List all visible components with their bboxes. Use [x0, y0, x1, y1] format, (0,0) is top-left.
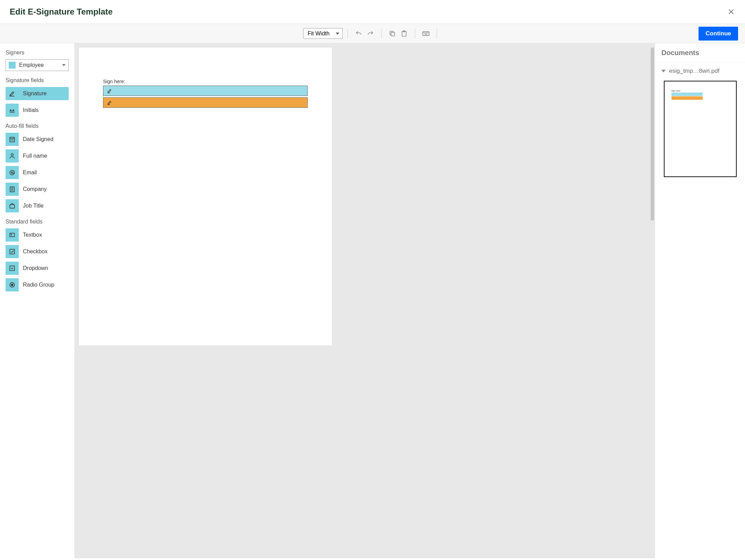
field-label: Date Signed [23, 136, 53, 142]
field-company[interactable]: Company [6, 183, 69, 196]
svg-rect-21 [10, 233, 14, 237]
field-label: Dropdown [23, 265, 48, 271]
signature-field-employee[interactable] [103, 86, 308, 96]
field-label: Company [23, 186, 46, 192]
field-label: Signature [23, 90, 47, 97]
left-panel: Signers Employee Signature fields Signat… [0, 43, 75, 558]
svg-point-4 [424, 33, 424, 33]
standard-fields-label: Standard fields [6, 219, 69, 225]
briefcase-icon [6, 199, 19, 212]
zoom-select[interactable]: Fit Width [303, 28, 343, 39]
field-label: Email [23, 169, 37, 176]
signer-color-swatch [9, 62, 16, 69]
toolbar-separator [381, 29, 382, 38]
signature-field-other[interactable] [103, 97, 308, 108]
thumb-field-blue [671, 93, 703, 96]
signer-selected-label: Employee [19, 62, 62, 68]
autofill-fields-label: Auto-fill fields [6, 123, 69, 129]
building-icon [6, 183, 19, 196]
scrollbar[interactable] [651, 47, 654, 221]
document-page[interactable]: Sign here: [79, 47, 332, 345]
person-icon [6, 149, 19, 163]
toolbar: Fit Width Continue [0, 24, 745, 43]
field-job-title[interactable]: Job Title [6, 199, 69, 212]
signer-select[interactable]: Employee [6, 59, 69, 71]
svg-rect-24 [10, 249, 14, 254]
calendar-icon: 24 [6, 133, 19, 146]
checkbox-icon [6, 245, 19, 258]
redo-icon[interactable] [367, 30, 374, 37]
field-label: Job Title [23, 203, 44, 209]
documents-panel: Documents esig_tmp…8wri.pdf Sign here: [655, 43, 745, 558]
svg-point-27 [11, 284, 13, 286]
field-initials[interactable]: Initials [6, 104, 69, 117]
svg-point-7 [428, 33, 428, 33]
continue-button[interactable]: Continue [699, 27, 738, 41]
close-icon[interactable] [727, 8, 735, 16]
main: Signers Employee Signature fields Signat… [0, 43, 745, 558]
field-dropdown[interactable]: Dropdown [6, 262, 69, 275]
toolbar-separator [437, 29, 437, 38]
svg-rect-20 [10, 205, 14, 208]
field-full-name[interactable]: Full name [6, 149, 69, 163]
field-label: Initials [23, 107, 38, 113]
signature-icon [6, 87, 19, 100]
radio-icon [6, 278, 19, 291]
pen-icon [107, 88, 112, 94]
svg-point-6 [426, 33, 427, 33]
page-thumbnail[interactable]: Sign here: [664, 81, 737, 177]
field-label: Checkbox [23, 248, 48, 255]
field-checkbox[interactable]: Checkbox [6, 245, 69, 258]
canvas-area[interactable]: Sign here: [75, 43, 655, 558]
field-label: Radio Group [23, 282, 54, 288]
svg-rect-0 [391, 32, 395, 36]
documents-heading: Documents [661, 49, 739, 57]
at-icon [6, 166, 19, 179]
signature-fields-label: Signature fields [6, 77, 69, 84]
field-email[interactable]: Email [6, 166, 69, 179]
keyboard-icon[interactable] [422, 30, 430, 37]
field-label: Full name [23, 153, 47, 159]
page-title: Edit E-Signature Template [10, 7, 113, 17]
chevron-down-icon [661, 70, 666, 72]
thumb-field-orange [671, 96, 703, 100]
toolbar-separator [348, 29, 348, 38]
svg-rect-3 [423, 32, 429, 35]
undo-icon[interactable] [355, 30, 362, 37]
svg-text:24: 24 [11, 139, 14, 141]
field-signature[interactable]: Signature [6, 87, 69, 100]
document-name: esig_tmp…8wri.pdf [669, 68, 720, 75]
field-radio-group[interactable]: Radio Group [6, 278, 69, 291]
initials-icon [6, 104, 19, 117]
sign-here-label: Sign here: [103, 79, 308, 84]
paste-icon[interactable] [400, 30, 408, 37]
documents-header: Documents [655, 43, 745, 63]
field-textbox[interactable]: Textbox [6, 228, 69, 242]
thumb-sign-label: Sign here: [671, 90, 729, 92]
toolbar-separator [415, 29, 415, 38]
svg-point-5 [425, 33, 426, 33]
document-row[interactable]: esig_tmp…8wri.pdf [655, 63, 745, 79]
header: Edit E-Signature Template [0, 0, 745, 24]
field-date-signed[interactable]: 24 Date Signed [6, 133, 69, 146]
copy-icon[interactable] [388, 30, 396, 37]
zoom-select-wrap: Fit Width [303, 28, 343, 39]
field-label: Textbox [23, 232, 42, 238]
pen-icon [107, 100, 112, 105]
dropdown-icon [6, 262, 19, 275]
textbox-icon [6, 228, 19, 242]
svg-point-14 [11, 154, 14, 156]
signers-label: Signers [6, 50, 69, 56]
